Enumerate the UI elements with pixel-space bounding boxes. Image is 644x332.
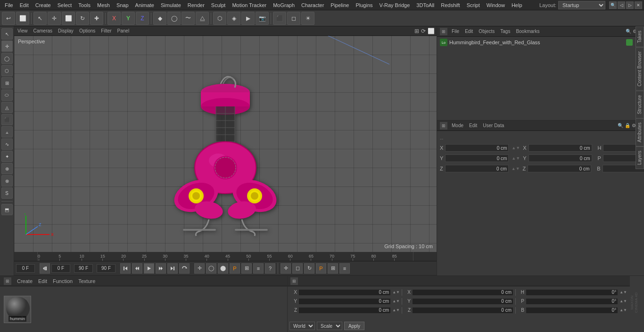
menu-plugins[interactable]: Plugins — [353, 1, 375, 9]
timeline-grid-btn[interactable]: ⊞ — [241, 263, 252, 274]
takes-tab[interactable]: Takes — [636, 26, 644, 47]
left-tool-10[interactable]: ∿ — [1, 138, 13, 150]
coord-x-pos-input[interactable] — [445, 144, 509, 152]
cameras-menu-btn[interactable]: Cameras — [32, 28, 54, 33]
timeline-extra5[interactable]: ⊞ — [328, 263, 338, 274]
redo-nav-icon[interactable]: ▷ — [626, 1, 634, 9]
viewport-fullscreen-icon[interactable]: ⬜ — [428, 28, 435, 34]
menu-render[interactable]: Render — [185, 1, 207, 9]
rcp-x-arrow[interactable]: ▲▼ — [392, 290, 400, 294]
extrude-tool[interactable]: ⧋ — [196, 12, 209, 25]
mat-function-btn[interactable]: Function — [53, 278, 73, 284]
coord-y2-input[interactable] — [528, 154, 592, 162]
left-tool-9[interactable]: ⟁ — [1, 126, 13, 138]
step-forward-btn[interactable] — [156, 263, 166, 274]
objects-file-btn[interactable]: File — [450, 29, 461, 34]
mat-edit-btn[interactable]: Edit — [38, 278, 47, 284]
view-menu-btn[interactable]: View — [16, 28, 29, 33]
mat-create-btn[interactable]: Create — [17, 278, 33, 284]
coord-x2-input[interactable] — [528, 144, 592, 152]
play-btn[interactable] — [144, 263, 154, 274]
menu-create[interactable]: Create — [33, 1, 54, 9]
timeline-extra2[interactable]: ◻ — [292, 263, 303, 274]
left-tool-7[interactable]: ◬ — [1, 102, 13, 113]
panel-menu-btn[interactable]: Panel — [116, 28, 131, 33]
start-frame-input[interactable] — [51, 264, 70, 273]
object-visible-icon[interactable] — [626, 39, 633, 46]
left-tool-13[interactable]: ⊗ — [1, 175, 13, 186]
end-frame-input-1[interactable] — [74, 264, 93, 273]
current-frame-input[interactable] — [16, 264, 35, 273]
left-tool-6[interactable]: ⬭ — [1, 89, 13, 101]
objects-edit-btn[interactable]: Edit — [463, 29, 474, 34]
rcp-z-arrow[interactable]: ▲▼ — [392, 308, 400, 312]
layout-select[interactable]: Startup — [558, 1, 605, 9]
menu-sculpt[interactable]: Sculpt — [208, 1, 229, 9]
attributes-tab[interactable]: Attributes — [636, 118, 644, 146]
rcp-y-arrow[interactable]: ▲▼ — [392, 299, 400, 303]
left-tool-14[interactable]: S — [1, 187, 13, 199]
record-btn[interactable]: ⬡ — [213, 12, 226, 25]
sphere-tool[interactable]: ◯ — [167, 12, 181, 25]
attributes-edit-btn[interactable]: Edit — [468, 123, 479, 128]
menu-snap[interactable]: Snap — [114, 1, 132, 9]
filter-menu-btn[interactable]: Filter — [99, 28, 113, 33]
left-tool-2[interactable]: ✛ — [1, 40, 13, 52]
content-browser-tab[interactable]: Content Browser — [636, 47, 644, 90]
menu-3dtoall[interactable]: 3DToAll — [413, 1, 437, 9]
select-tool[interactable]: ↖ — [33, 12, 47, 25]
loop-btn[interactable] — [179, 263, 190, 274]
object-item-hummingbird[interactable]: Lo Hummingbird_Feeder_with_Red_Glass — [438, 38, 643, 47]
left-tool-5[interactable]: ⊞ — [1, 77, 13, 89]
step-back-btn[interactable] — [132, 263, 142, 274]
rcp-p-arrow[interactable]: ▲▼ — [619, 299, 627, 303]
frame-start-btn[interactable] — [40, 263, 50, 274]
menu-file[interactable]: File — [2, 1, 16, 9]
menu-select[interactable]: Select — [55, 1, 75, 9]
rcp-z-input[interactable] — [298, 307, 391, 314]
render-settings-button[interactable]: ⬜ — [16, 12, 29, 25]
timeline-ruler-track[interactable]: 051015202530354045505560657075808590 — [38, 252, 413, 261]
search-icon[interactable]: 🔍 — [609, 1, 617, 9]
menu-script[interactable]: Script — [464, 1, 483, 9]
end-frame-input-2[interactable] — [97, 264, 116, 273]
timeline-extra3[interactable]: ↻ — [304, 263, 314, 274]
left-tool-8[interactable]: ⬛ — [1, 114, 13, 125]
timeline-extra1[interactable]: ✛ — [281, 263, 291, 274]
rcp-x2-input[interactable] — [412, 289, 513, 296]
keyframe-btn[interactable]: ◈ — [227, 12, 240, 25]
help-btn[interactable]: ? — [265, 263, 275, 274]
menu-window[interactable]: Window — [484, 1, 508, 9]
transform-tool[interactable]: ✚ — [90, 12, 103, 25]
scale-select[interactable]: Scale — [317, 322, 342, 330]
left-tool-11[interactable]: ✦ — [1, 151, 13, 162]
rcp-z2-input[interactable] — [412, 307, 513, 314]
menu-help[interactable]: Help — [509, 1, 525, 9]
rcp-b-arrow[interactable]: ▲▼ — [619, 308, 627, 312]
coord-z-pos-input[interactable] — [445, 165, 509, 172]
menu-simulate[interactable]: Simulate — [158, 1, 184, 9]
attr-search-icon[interactable]: 🔍 — [618, 123, 623, 128]
viewport-3d[interactable]: Perspective — [14, 36, 437, 252]
material-thumbnail[interactable]: hummin — [4, 296, 31, 323]
playback-btn[interactable]: ▶ — [241, 12, 255, 25]
camera-btn[interactable]: 📷 — [256, 12, 269, 25]
rcp-y2-input[interactable] — [412, 298, 513, 305]
menu-character[interactable]: Character — [298, 1, 327, 9]
menu-mesh[interactable]: Mesh — [94, 1, 113, 9]
menu-redshift[interactable]: Redshift — [438, 1, 462, 9]
menu-mograph[interactable]: MoGraph — [270, 1, 297, 9]
attr-lock-icon[interactable]: 🔒 — [625, 123, 630, 128]
spline-tool[interactable]: 〜 — [182, 12, 195, 25]
menu-tools[interactable]: Tools — [75, 1, 93, 9]
world-select[interactable]: World — [289, 322, 315, 330]
record-btn-tl[interactable]: ◯ — [206, 263, 216, 274]
menu-vray[interactable]: V-Ray Bridge — [377, 1, 413, 9]
add-keyframe-btn[interactable]: ✛ — [194, 263, 205, 274]
close-nav-icon[interactable]: ✕ — [635, 1, 642, 9]
move-tool[interactable]: ✛ — [48, 12, 61, 25]
rcp-p-input[interactable] — [526, 298, 618, 305]
floor-btn[interactable]: ⬛ — [273, 12, 286, 25]
sky-btn[interactable]: ◻ — [287, 12, 300, 25]
objects-tags-btn[interactable]: Tags — [499, 29, 512, 34]
